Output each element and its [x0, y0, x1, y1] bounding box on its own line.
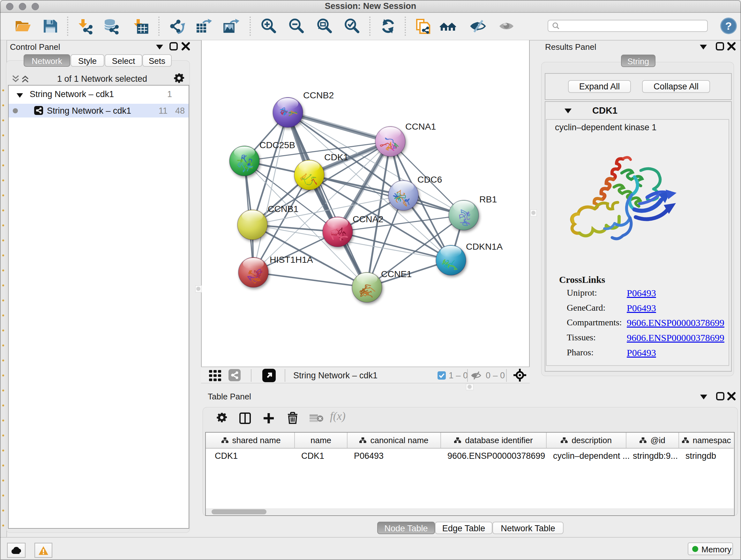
svg-text:CCNB2: CCNB2: [303, 90, 334, 100]
svg-text:HIST1H1A: HIST1H1A: [270, 254, 313, 265]
svg-text:CCNA1: CCNA1: [405, 121, 436, 132]
svg-text:?: ?: [725, 20, 732, 32]
svg-text:CCNE1: CCNE1: [381, 269, 412, 279]
svg-text:CCNA2: CCNA2: [353, 214, 383, 224]
svg-text:CDKN1A: CDKN1A: [466, 241, 502, 252]
svg-text:CDC25B: CDC25B: [259, 140, 295, 150]
svg-text:CCNB1: CCNB1: [268, 204, 298, 214]
svg-text:CDC6: CDC6: [417, 174, 442, 185]
svg-text:CDK1: CDK1: [324, 152, 348, 162]
svg-text:RB1: RB1: [479, 194, 497, 204]
